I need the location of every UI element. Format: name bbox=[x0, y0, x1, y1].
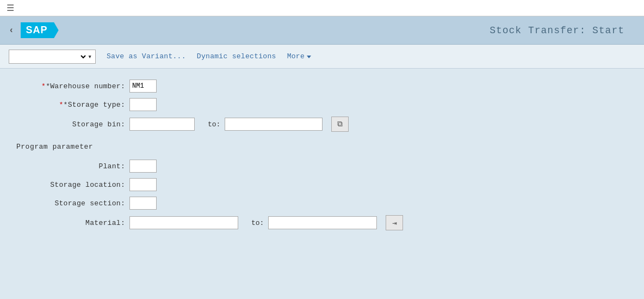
required-star: * bbox=[41, 82, 46, 90]
back-button[interactable]: ‹ bbox=[9, 26, 14, 35]
plant-input[interactable] bbox=[129, 160, 157, 173]
copy-icon: ⧉ bbox=[337, 120, 343, 129]
storage-bin-to-input[interactable] bbox=[225, 118, 323, 131]
warehouse-number-row: **Warehouse number: bbox=[16, 80, 628, 93]
sap-logo: SAP bbox=[21, 22, 59, 38]
required-star-2: * bbox=[59, 101, 63, 109]
variant-dropdown[interactable]: ▾ bbox=[9, 50, 96, 64]
plant-label: Plant: bbox=[16, 162, 125, 170]
program-parameter-title: Program parameter bbox=[16, 143, 628, 151]
storage-section-input[interactable] bbox=[129, 197, 157, 210]
material-copy-button[interactable]: ⇥ bbox=[386, 215, 403, 230]
storage-type-row: **Storage type: bbox=[16, 98, 628, 111]
material-copy-icon: ⇥ bbox=[392, 218, 397, 228]
storage-bin-input[interactable] bbox=[129, 118, 195, 131]
variant-select[interactable] bbox=[13, 52, 88, 61]
storage-section-row: Storage section: bbox=[16, 197, 628, 210]
material-to-label: to: bbox=[251, 219, 264, 227]
dropdown-chevron-icon: ▾ bbox=[88, 52, 92, 61]
to-label: to: bbox=[208, 120, 220, 129]
save-variant-button[interactable]: Save as Variant... bbox=[107, 52, 186, 60]
program-parameter-section: Program parameter Plant: Storage locatio… bbox=[16, 143, 628, 230]
toolbar: ▾ Save as Variant... Dynamic selections … bbox=[0, 45, 644, 69]
storage-location-label: Storage location: bbox=[16, 181, 125, 189]
storage-type-input[interactable] bbox=[129, 98, 157, 111]
warehouse-number-input[interactable] bbox=[129, 80, 157, 93]
storage-bin-row: Storage bin: to: ⧉ bbox=[16, 117, 628, 132]
storage-bin-copy-button[interactable]: ⧉ bbox=[331, 117, 349, 132]
material-label: Material: bbox=[16, 219, 125, 227]
warehouse-number-label: **Warehouse number: bbox=[16, 82, 125, 90]
sap-logo-box: SAP bbox=[21, 22, 59, 38]
page-title: Stock Transfer: Start bbox=[490, 25, 624, 36]
top-navigation: ☰ bbox=[0, 0, 644, 16]
plant-row: Plant: bbox=[16, 160, 628, 173]
app-header: ‹ SAP Stock Transfer: Start bbox=[0, 16, 644, 45]
material-row: Material: to: ⇥ bbox=[16, 215, 628, 230]
storage-bin-label: Storage bin: bbox=[16, 120, 125, 129]
storage-section-label: Storage section: bbox=[16, 199, 125, 208]
storage-type-label: **Storage type: bbox=[16, 101, 125, 109]
material-input[interactable] bbox=[129, 216, 238, 229]
more-label: More bbox=[287, 52, 305, 60]
more-chevron-icon bbox=[307, 56, 311, 58]
storage-location-input[interactable] bbox=[129, 178, 157, 191]
hamburger-icon[interactable]: ☰ bbox=[7, 3, 14, 14]
warehouse-section: **Warehouse number: **Storage type: Stor… bbox=[16, 80, 628, 132]
material-to-input[interactable] bbox=[268, 216, 377, 229]
more-button[interactable]: More bbox=[287, 52, 311, 60]
main-content: **Warehouse number: **Storage type: Stor… bbox=[0, 69, 644, 286]
dynamic-selections-button[interactable]: Dynamic selections bbox=[197, 52, 276, 60]
storage-location-row: Storage location: bbox=[16, 178, 628, 191]
